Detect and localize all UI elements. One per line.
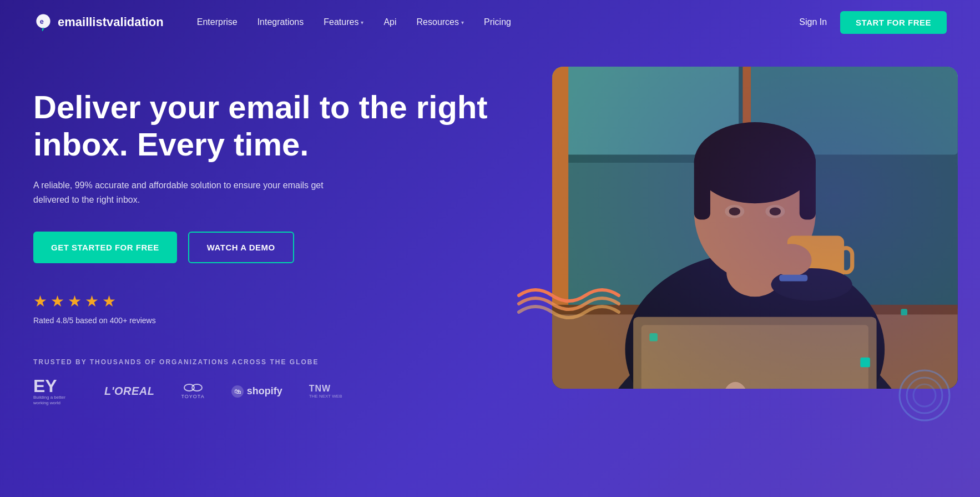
stars-row: ★ ★ ★ ★ ★ (33, 292, 536, 310)
ey-brand-tagline: Building a better working world (33, 395, 78, 406)
rating-section: ★ ★ ★ ★ ★ Rated 4.8/5 based on 400+ revi… (33, 292, 536, 325)
svg-point-4 (913, 384, 936, 406)
resources-chevron-icon: ▾ (461, 19, 464, 26)
svg-rect-20 (800, 154, 816, 219)
star-5: ★ (102, 292, 116, 310)
hero-image-card (552, 67, 958, 389)
svg-point-18 (694, 122, 816, 203)
trusted-section: TRUSTED BY THOUSANDS OF ORGANIZATIONS AC… (33, 358, 536, 406)
shopify-bag-icon: 🛍 (231, 385, 244, 398)
trusted-label: TRUSTED BY THOUSANDS OF ORGANIZATIONS AC… (33, 358, 536, 366)
svg-point-23 (729, 207, 740, 215)
circles-decoration (897, 368, 952, 425)
features-chevron-icon: ▾ (361, 19, 363, 26)
tnw-logo: TNW THE NEXT WEB (309, 384, 342, 399)
wave-svg-icon (513, 284, 624, 329)
nav-enterprise[interactable]: Enterprise (197, 17, 238, 27)
tnw-brand-sub: THE NEXT WEB (309, 394, 342, 399)
person-background (552, 67, 958, 389)
brand-logos: EY Building a better working world L'ORE… (33, 377, 536, 406)
nav-resources[interactable]: Resources ▾ (417, 17, 464, 27)
svg-rect-19 (694, 154, 710, 219)
shopify-logo: 🛍 shopify (231, 385, 282, 398)
nav-links: Enterprise Integrations Features ▾ Api R… (197, 17, 800, 27)
toyota-rings-icon (184, 384, 203, 391)
rating-text: Rated 4.8/5 based on 400+ reviews (33, 316, 536, 325)
hero-section: Deliver your email to the right inbox. E… (0, 44, 980, 497)
start-free-nav-button[interactable]: START FOR FREE (840, 11, 947, 34)
toyota-logo: TOYOTA (181, 384, 204, 399)
svg-rect-33 (861, 358, 871, 368)
hero-buttons: GET STARTED FOR FREE WATCH A DEMO (33, 232, 536, 263)
ey-logo: EY Building a better working world (33, 377, 78, 406)
toyota-ring-right (191, 384, 203, 391)
logo-icon: e (33, 12, 53, 32)
tnw-brand-name: TNW (309, 384, 331, 393)
svg-rect-32 (779, 275, 807, 282)
svg-point-3 (907, 378, 942, 413)
sign-in-button[interactable]: Sign In (799, 17, 827, 27)
navigation: e emaillistvalidation Enterprise Integra… (0, 0, 980, 44)
person-illustration (552, 67, 958, 389)
svg-point-24 (770, 207, 781, 215)
logo[interactable]: e emaillistvalidation (33, 12, 164, 32)
svg-rect-10 (552, 67, 568, 309)
get-started-button[interactable]: GET STARTED FOR FREE (33, 232, 177, 263)
svg-rect-34 (650, 333, 658, 342)
watch-demo-button[interactable]: WATCH A DEMO (188, 232, 294, 263)
hero-subtitle: A reliable, 99% accurate and affordable … (33, 178, 333, 207)
star-4: ★ (85, 292, 99, 310)
loreal-brand-name: L'OREAL (104, 385, 154, 397)
nav-integrations[interactable]: Integrations (257, 17, 304, 27)
hero-image-area (536, 67, 947, 444)
svg-rect-35 (901, 309, 908, 315)
nav-api[interactable]: Api (383, 17, 396, 27)
circles-svg-icon (897, 368, 952, 423)
hero-title: Deliver your email to the right inbox. E… (33, 89, 536, 163)
shopify-brand-name: shopify (247, 385, 282, 397)
nav-actions: Sign In START FOR FREE (799, 11, 947, 34)
svg-rect-31 (633, 317, 876, 389)
ey-brand-name: EY (33, 377, 57, 395)
star-3: ★ (68, 292, 82, 310)
star-2: ★ (50, 292, 64, 310)
svg-text:e: e (40, 18, 44, 26)
toyota-brand-name: TOYOTA (181, 394, 204, 399)
nav-features[interactable]: Features ▾ (324, 17, 363, 27)
loreal-logo: L'OREAL (104, 385, 154, 398)
svg-point-28 (771, 244, 812, 276)
wave-decoration (513, 284, 624, 331)
logo-text: emaillistvalidation (58, 15, 164, 29)
star-1: ★ (33, 292, 47, 310)
hero-content: Deliver your email to the right inbox. E… (33, 67, 536, 406)
nav-pricing[interactable]: Pricing (484, 17, 511, 27)
